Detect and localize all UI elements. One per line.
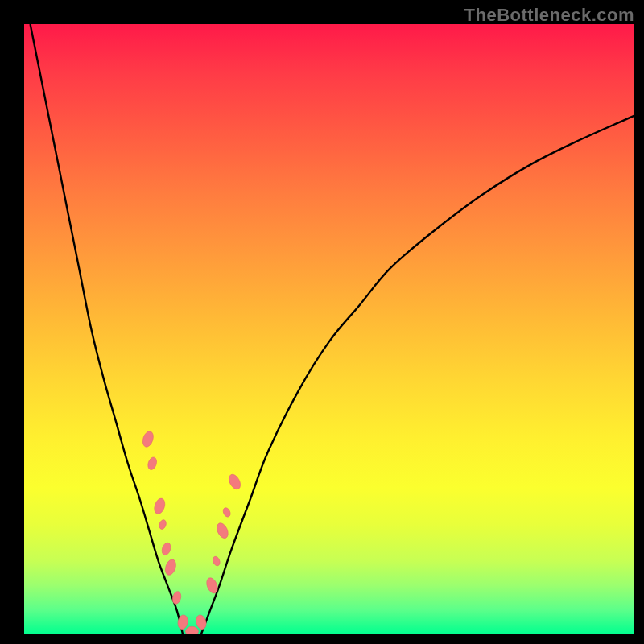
curve-svg	[24, 24, 634, 634]
plot-area	[24, 24, 634, 634]
curve-marker	[158, 519, 167, 530]
curve-marker	[171, 590, 183, 605]
curve-marker	[185, 626, 198, 634]
curve-right-branch	[201, 116, 634, 634]
curve-marker	[147, 456, 158, 471]
curve-marker	[163, 558, 178, 576]
chart-container: TheBottleneck.com	[0, 0, 644, 644]
watermark-text: TheBottleneck.com	[464, 5, 634, 26]
curve-marker	[227, 473, 243, 491]
curve-marker	[141, 430, 155, 448]
marker-group	[141, 430, 242, 634]
curve-marker	[160, 542, 171, 556]
curve-marker	[152, 497, 167, 515]
curve-marker	[212, 555, 221, 567]
curve-left-branch	[31, 24, 184, 634]
curve-marker	[221, 506, 231, 518]
curve-marker	[215, 522, 230, 540]
